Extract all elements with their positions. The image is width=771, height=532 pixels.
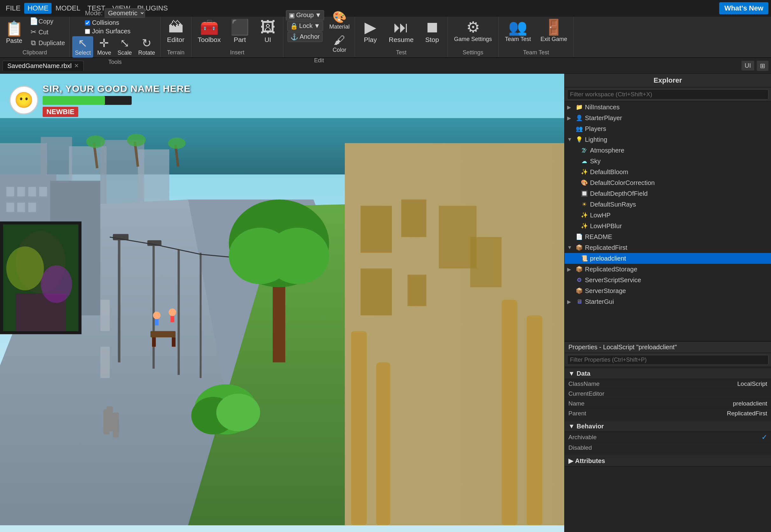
move-button[interactable]: ✛ Move: [94, 36, 113, 58]
tree-item-label: LowHP: [590, 212, 611, 219]
game-ui-overlay: 😶 SIR, YOUR GOOD NAME HERE NEWBIE: [10, 83, 190, 117]
svg-point-8: [86, 135, 105, 148]
menu-file[interactable]: FILE: [3, 3, 24, 14]
join-surfaces-label: Join Surfaces: [92, 28, 130, 35]
tree-item-default-color-correction[interactable]: 🎨DefaultColorCorrection: [564, 177, 771, 188]
city-scene-svg: [0, 74, 564, 532]
tree-item-label: Lighting: [585, 136, 607, 143]
team-test-label: Team Test: [505, 36, 531, 43]
tree-item-icon: 🌫: [580, 146, 589, 155]
tree-item-label: Players: [585, 125, 606, 133]
svg-rect-18: [6, 187, 14, 196]
tree-item-icon: ☁: [580, 157, 589, 166]
tree-item-server-storage[interactable]: 📦ServerStorage: [564, 285, 771, 296]
tree-item-starter-player[interactable]: ▶👤StarterPlayer: [564, 113, 771, 123]
prop-value: LocalScript: [668, 380, 768, 387]
test-group-label: Test: [396, 49, 406, 56]
tree-item-nil-instances[interactable]: ▶📁NilInstances: [564, 102, 771, 113]
tree-item-replicated-storage[interactable]: ▶📦ReplicatedStorage: [564, 264, 771, 275]
team-test-button[interactable]: 👥 Team Test: [501, 18, 535, 44]
toolbar-test-group: ▶ Play ⏭ Resume ⏹ Stop Test: [355, 17, 447, 57]
editor-button[interactable]: 🏔 Editor: [163, 18, 188, 45]
tree-item-icon: ✨: [580, 211, 589, 220]
svg-rect-65: [376, 362, 390, 525]
toolbar-terrain-group: 🏔 Editor Terrain: [160, 17, 191, 57]
tree-item-players[interactable]: 👥Players: [564, 123, 771, 134]
tree-item-preloadclient[interactable]: 📜preloadclient: [564, 253, 771, 264]
toolbox-button[interactable]: 🧰 Toolbox: [194, 18, 225, 45]
paste-button[interactable]: 📋 Paste: [3, 18, 26, 46]
cut-button[interactable]: ✂ Cut: [28, 27, 67, 37]
copy-icon: 📄: [30, 17, 37, 25]
tree-item-icon: 📜: [580, 254, 589, 263]
main-content: 😶 SIR, YOUR GOOD NAME HERE NEWBIE Explor…: [0, 74, 771, 532]
tree-item-replicated-first[interactable]: ▼📦ReplicatedFirst: [564, 242, 771, 253]
game-settings-button[interactable]: ⚙ Game Settings: [450, 18, 496, 44]
tab-close-button[interactable]: ✕: [74, 62, 79, 69]
tree-item-default-sun-rays[interactable]: ☀DefaultSunRays: [564, 199, 771, 210]
viewport[interactable]: 😶 SIR, YOUR GOOD NAME HERE NEWBIE: [0, 74, 564, 532]
duplicate-button[interactable]: ⧉ Duplicate: [28, 38, 67, 48]
explorer-filter-input[interactable]: [567, 89, 768, 99]
stop-button[interactable]: ⏹ Stop: [420, 18, 445, 45]
tree-item-default-bloom[interactable]: ✨DefaultBloom: [564, 167, 771, 177]
duplicate-icon: ⧉: [30, 39, 37, 47]
prop-row-name: Namepreloadclient: [564, 399, 771, 409]
tree-item-low-hp-blur[interactable]: ✨LowHPBlur: [564, 221, 771, 231]
rotate-label: Rotate: [138, 50, 155, 56]
color-button[interactable]: 🖌 Color: [327, 33, 352, 55]
lock-button[interactable]: 🔒 Lock ▼: [287, 21, 323, 31]
copy-button[interactable]: 📄 Copy: [28, 16, 67, 26]
toolbox-icon: 🧰: [200, 20, 219, 35]
svg-point-10: [127, 134, 146, 146]
mode-dropdown[interactable]: Geometric: [105, 8, 145, 18]
exit-game-button[interactable]: 🚪 Exit Game: [536, 18, 571, 44]
prop-value[interactable]: ✓: [668, 433, 768, 441]
section-label: Data: [576, 370, 590, 377]
part-button[interactable]: ⬛ Part: [227, 18, 253, 45]
section-chevron: ▶: [568, 457, 573, 465]
tree-item-low-hp[interactable]: ✨LowHP: [564, 210, 771, 221]
tree-item-default-depth-of-field[interactable]: 🔲DefaultDepthOfField: [564, 188, 771, 199]
prop-value: preloadclient: [668, 400, 768, 407]
rotate-button[interactable]: ↻ Rotate: [135, 36, 157, 58]
scale-button[interactable]: ⤡ Scale: [115, 36, 134, 58]
tree-item-icon: 👥: [575, 124, 584, 133]
tree-item-starter-gui[interactable]: ▶🖥StarterGui: [564, 296, 771, 307]
props-section-header-data[interactable]: ▼ Data: [564, 368, 771, 379]
join-surfaces-checkbox[interactable]: [85, 29, 90, 34]
health-bar-bg: [43, 96, 132, 105]
editor-icon: 🏔: [168, 20, 183, 35]
tree-item-icon: 📦: [575, 265, 584, 274]
properties-filter-input[interactable]: [567, 355, 768, 365]
ui-button[interactable]: 🖼 UI: [255, 18, 281, 45]
menu-model[interactable]: MODEL: [52, 3, 83, 14]
avatar: 😶: [10, 86, 38, 114]
viewport-toggle-button[interactable]: ⊞: [757, 61, 768, 71]
tree-item-sky[interactable]: ☁Sky: [564, 156, 771, 167]
group-button[interactable]: ▣ Group ▼: [286, 10, 324, 20]
svg-rect-43: [150, 331, 175, 338]
svg-rect-58: [360, 206, 392, 253]
collisions-checkbox[interactable]: [85, 20, 90, 25]
tab-saved-game[interactable]: SavedGameName.rbxl ✕: [3, 61, 84, 71]
select-button[interactable]: ↖ Select: [72, 36, 93, 58]
whats-new-button[interactable]: What's New: [719, 2, 768, 14]
toolbar-clipboard-group: 📋 Paste 📄 Copy ✂ Cut ⧉ Duplicate Clipboa…: [0, 17, 70, 57]
props-section-header-behavior[interactable]: ▼ Behavior: [564, 421, 771, 432]
tree-item-atmosphere[interactable]: 🌫Atmosphere: [564, 145, 771, 156]
tree-item-label: StarterPlayer: [585, 114, 622, 122]
tree-item-server-script-service[interactable]: ⚙ServerScriptService: [564, 275, 771, 285]
resume-button[interactable]: ⏭ Resume: [385, 18, 417, 45]
tree-item-readme[interactable]: 📄README: [564, 231, 771, 242]
anchor-button[interactable]: ⚓ Anchor: [288, 32, 323, 42]
ui-toggle-button[interactable]: UI: [741, 61, 754, 71]
svg-rect-59: [401, 200, 426, 237]
props-section-header-attributes[interactable]: ▶ Attributes: [564, 455, 771, 467]
tree-item-label: ReplicatedStorage: [585, 266, 638, 273]
tree-item-lighting[interactable]: ▼💡Lighting: [564, 134, 771, 145]
material-button[interactable]: 🎨 Material: [327, 10, 352, 31]
tree-item-label: DefaultSunRays: [590, 201, 636, 208]
play-button[interactable]: ▶ Play: [358, 18, 383, 45]
menu-home[interactable]: HOME: [24, 3, 51, 14]
